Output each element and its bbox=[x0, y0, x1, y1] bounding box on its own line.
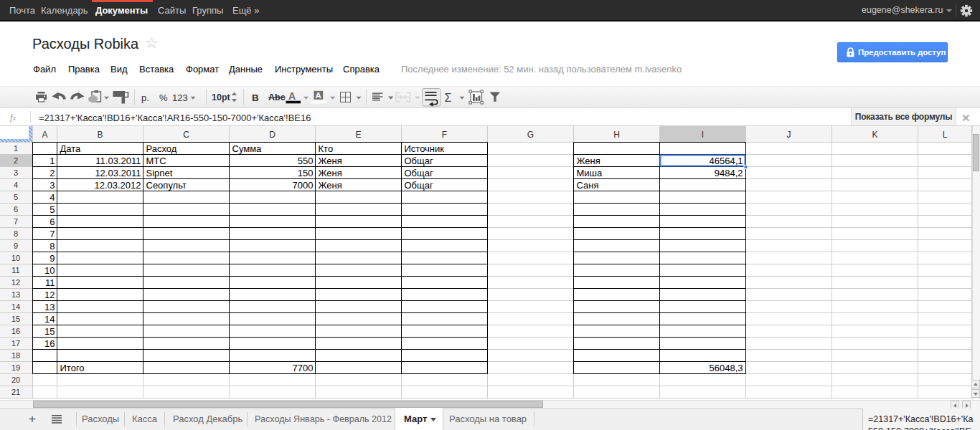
svg-text:11: 11 bbox=[11, 266, 19, 274]
svg-text:B: B bbox=[97, 130, 103, 140]
svg-text:7: 7 bbox=[14, 217, 18, 226]
svg-text:A: A bbox=[42, 130, 47, 140]
svg-text:H: H bbox=[613, 130, 620, 140]
svg-text:Сеопульт: Сеопульт bbox=[146, 180, 187, 191]
svg-text:E: E bbox=[355, 130, 361, 140]
svg-text:9484,2: 9484,2 bbox=[715, 168, 743, 178]
svg-text:Σ: Σ bbox=[445, 92, 452, 104]
svg-text:Итого: Итого bbox=[60, 363, 85, 373]
svg-text:7000: 7000 bbox=[293, 180, 314, 191]
svg-text:17: 17 bbox=[11, 339, 20, 348]
svg-text:р.: р. bbox=[141, 92, 149, 103]
svg-text:3: 3 bbox=[50, 180, 55, 191]
svg-text:13: 13 bbox=[11, 290, 20, 299]
svg-text:L: L bbox=[943, 130, 948, 140]
svg-text:Общаг: Общаг bbox=[405, 180, 433, 191]
svg-text:550: 550 bbox=[298, 156, 314, 166]
svg-text:7700: 7700 bbox=[293, 363, 314, 373]
svg-text:19: 19 bbox=[11, 363, 20, 372]
svg-text:F: F bbox=[442, 130, 447, 140]
svg-text:4: 4 bbox=[50, 192, 55, 203]
svg-text:16: 16 bbox=[11, 327, 20, 335]
svg-text:20: 20 bbox=[11, 376, 20, 384]
svg-text:15: 15 bbox=[11, 315, 20, 323]
svg-text:Женя: Женя bbox=[319, 156, 342, 166]
svg-text:Дата: Дата bbox=[60, 143, 82, 154]
svg-text:10pt: 10pt bbox=[212, 92, 231, 102]
svg-text:МТС: МТС bbox=[146, 156, 166, 166]
svg-text:123: 123 bbox=[172, 92, 188, 103]
svg-text:18: 18 bbox=[11, 351, 20, 360]
svg-text:%: % bbox=[159, 92, 168, 103]
svg-text:Кто: Кто bbox=[319, 143, 334, 154]
svg-text:10: 10 bbox=[44, 265, 55, 276]
svg-text:G: G bbox=[527, 130, 534, 140]
svg-text:14: 14 bbox=[11, 302, 20, 311]
svg-text:Сумма: Сумма bbox=[232, 143, 263, 154]
svg-text:Источник: Источник bbox=[405, 143, 445, 154]
svg-text:D: D bbox=[269, 130, 275, 140]
svg-text:A: A bbox=[316, 91, 321, 100]
svg-text:56048,3: 56048,3 bbox=[710, 363, 743, 373]
svg-text:2: 2 bbox=[14, 156, 18, 165]
svg-text:8: 8 bbox=[50, 241, 55, 252]
svg-text:11.03.2011: 11.03.2011 bbox=[95, 156, 141, 166]
svg-text:B: B bbox=[252, 92, 259, 103]
svg-text:Женя: Женя bbox=[577, 156, 600, 166]
svg-text:9: 9 bbox=[14, 242, 18, 250]
svg-text:15: 15 bbox=[44, 326, 55, 337]
svg-text:12: 12 bbox=[11, 278, 20, 287]
svg-text:21: 21 bbox=[11, 388, 20, 396]
svg-text:14: 14 bbox=[44, 314, 55, 325]
svg-text:3: 3 bbox=[14, 168, 18, 177]
svg-text:K: K bbox=[872, 130, 877, 140]
svg-text:5: 5 bbox=[50, 204, 55, 215]
svg-text:C: C bbox=[183, 130, 189, 140]
svg-text:Расход: Расход bbox=[146, 143, 177, 154]
svg-text:6: 6 bbox=[14, 205, 18, 214]
svg-text:Женя: Женя bbox=[319, 180, 342, 191]
svg-text:A: A bbox=[288, 90, 296, 102]
svg-text:11: 11 bbox=[45, 277, 55, 288]
svg-text:Саня: Саня bbox=[577, 180, 599, 191]
svg-text:16: 16 bbox=[44, 338, 55, 349]
svg-text:8: 8 bbox=[14, 229, 18, 238]
svg-text:Abc: Abc bbox=[268, 92, 286, 102]
svg-text:9: 9 bbox=[50, 253, 55, 264]
svg-text:150: 150 bbox=[298, 168, 314, 178]
svg-text:6: 6 bbox=[50, 216, 55, 227]
svg-text:4: 4 bbox=[14, 181, 18, 189]
svg-text:10: 10 bbox=[11, 254, 20, 262]
svg-text:Общаг: Общаг bbox=[405, 168, 433, 178]
svg-text:I: I bbox=[702, 130, 704, 140]
svg-text:Общаг: Общаг bbox=[405, 156, 433, 166]
svg-text:12.03.2011: 12.03.2011 bbox=[95, 168, 141, 178]
svg-text:Миша: Миша bbox=[577, 168, 603, 178]
svg-text:1: 1 bbox=[50, 156, 55, 166]
svg-text:Sipnet: Sipnet bbox=[146, 168, 173, 178]
svg-text:13: 13 bbox=[44, 302, 55, 312]
svg-text:Женя: Женя bbox=[319, 168, 342, 178]
svg-text:5: 5 bbox=[14, 193, 18, 201]
svg-text:7: 7 bbox=[50, 229, 55, 239]
svg-text:12: 12 bbox=[44, 290, 55, 300]
svg-text:2: 2 bbox=[50, 168, 55, 178]
svg-text:1: 1 bbox=[14, 144, 18, 153]
svg-text:46564,1: 46564,1 bbox=[710, 156, 743, 166]
svg-text:J: J bbox=[787, 130, 791, 140]
svg-text:12.03.2012: 12.03.2012 bbox=[94, 180, 141, 191]
